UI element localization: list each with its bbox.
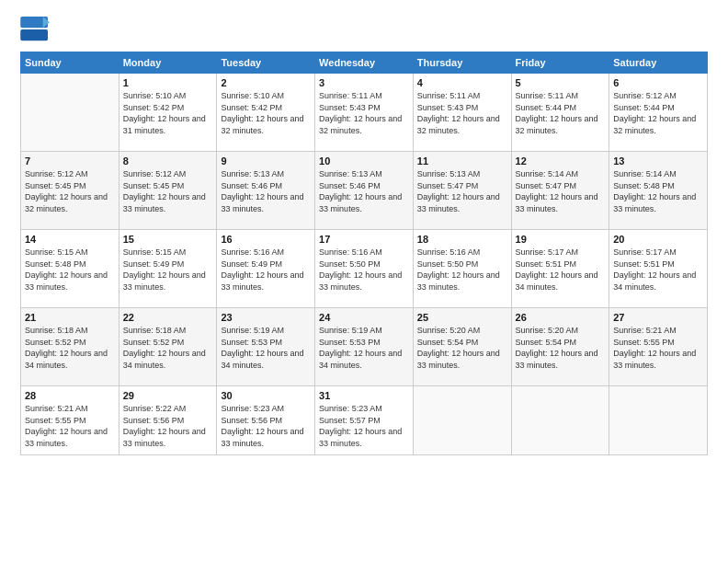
calendar-cell: 14Sunrise: 5:15 AM Sunset: 5:48 PM Dayli… [21, 230, 119, 308]
day-number: 24 [319, 312, 409, 323]
day-info: Sunrise: 5:13 AM Sunset: 5:46 PM Dayligh… [221, 168, 311, 214]
weekday-header-sunday: Sunday [21, 52, 119, 74]
day-number: 4 [417, 77, 507, 88]
day-number: 5 [516, 77, 606, 88]
day-number: 26 [516, 312, 606, 323]
day-number: 8 [123, 155, 213, 167]
calendar-cell: 24Sunrise: 5:19 AM Sunset: 5:53 PM Dayli… [315, 308, 414, 386]
calendar-cell: 20Sunrise: 5:17 AM Sunset: 5:51 PM Dayli… [609, 230, 708, 308]
day-number: 19 [516, 234, 606, 245]
day-info: Sunrise: 5:13 AM Sunset: 5:47 PM Dayligh… [417, 168, 507, 214]
calendar-cell: 15Sunrise: 5:15 AM Sunset: 5:49 PM Dayli… [119, 230, 217, 308]
calendar-cell: 28Sunrise: 5:21 AM Sunset: 5:55 PM Dayli… [21, 386, 119, 455]
day-info: Sunrise: 5:14 AM Sunset: 5:47 PM Dayligh… [516, 168, 606, 214]
calendar-cell [511, 386, 609, 455]
logo [20, 17, 53, 42]
page: SundayMondayTuesdayWednesdayThursdayFrid… [0, 0, 728, 563]
calendar-cell: 2Sunrise: 5:10 AM Sunset: 5:42 PM Daylig… [217, 74, 315, 152]
day-info: Sunrise: 5:16 AM Sunset: 5:50 PM Dayligh… [319, 247, 409, 293]
day-number: 11 [417, 155, 507, 167]
day-number: 10 [319, 155, 409, 167]
header [20, 17, 708, 42]
svg-rect-1 [20, 29, 48, 40]
calendar-table: SundayMondayTuesdayWednesdayThursdayFrid… [20, 52, 708, 455]
day-number: 27 [613, 312, 703, 323]
day-info: Sunrise: 5:23 AM Sunset: 5:57 PM Dayligh… [319, 403, 409, 449]
calendar-week-row: 14Sunrise: 5:15 AM Sunset: 5:48 PM Dayli… [21, 230, 708, 308]
calendar-cell: 30Sunrise: 5:23 AM Sunset: 5:56 PM Dayli… [217, 386, 315, 455]
day-number: 16 [221, 234, 311, 245]
calendar-cell: 9Sunrise: 5:13 AM Sunset: 5:46 PM Daylig… [217, 152, 315, 230]
day-info: Sunrise: 5:15 AM Sunset: 5:48 PM Dayligh… [25, 247, 115, 293]
day-info: Sunrise: 5:21 AM Sunset: 5:55 PM Dayligh… [613, 325, 703, 371]
calendar-cell: 6Sunrise: 5:12 AM Sunset: 5:44 PM Daylig… [609, 74, 708, 152]
calendar-cell: 17Sunrise: 5:16 AM Sunset: 5:50 PM Dayli… [315, 230, 414, 308]
calendar-week-row: 1Sunrise: 5:10 AM Sunset: 5:42 PM Daylig… [21, 74, 708, 152]
calendar-cell: 26Sunrise: 5:20 AM Sunset: 5:54 PM Dayli… [511, 308, 609, 386]
weekday-header-monday: Monday [119, 52, 217, 74]
calendar-cell: 18Sunrise: 5:16 AM Sunset: 5:50 PM Dayli… [413, 230, 511, 308]
day-info: Sunrise: 5:11 AM Sunset: 5:44 PM Dayligh… [516, 90, 606, 136]
calendar-cell: 10Sunrise: 5:13 AM Sunset: 5:46 PM Dayli… [315, 152, 414, 230]
calendar-cell: 23Sunrise: 5:19 AM Sunset: 5:53 PM Dayli… [217, 308, 315, 386]
calendar-cell: 16Sunrise: 5:16 AM Sunset: 5:49 PM Dayli… [217, 230, 315, 308]
calendar-cell: 29Sunrise: 5:22 AM Sunset: 5:56 PM Dayli… [119, 386, 217, 455]
weekday-header-tuesday: Tuesday [217, 52, 315, 74]
calendar-cell: 19Sunrise: 5:17 AM Sunset: 5:51 PM Dayli… [511, 230, 609, 308]
weekday-header-friday: Friday [511, 52, 609, 74]
day-info: Sunrise: 5:21 AM Sunset: 5:55 PM Dayligh… [25, 403, 115, 449]
day-info: Sunrise: 5:11 AM Sunset: 5:43 PM Dayligh… [319, 90, 409, 136]
calendar-cell: 7Sunrise: 5:12 AM Sunset: 5:45 PM Daylig… [21, 152, 119, 230]
calendar-cell: 4Sunrise: 5:11 AM Sunset: 5:43 PM Daylig… [413, 74, 511, 152]
day-info: Sunrise: 5:12 AM Sunset: 5:45 PM Dayligh… [25, 168, 115, 214]
day-info: Sunrise: 5:20 AM Sunset: 5:54 PM Dayligh… [417, 325, 507, 371]
day-number: 29 [123, 390, 213, 401]
weekday-header-saturday: Saturday [609, 52, 708, 74]
calendar-cell [413, 386, 511, 455]
calendar-cell: 31Sunrise: 5:23 AM Sunset: 5:57 PM Dayli… [315, 386, 414, 455]
calendar-cell: 25Sunrise: 5:20 AM Sunset: 5:54 PM Dayli… [413, 308, 511, 386]
calendar-cell: 8Sunrise: 5:12 AM Sunset: 5:45 PM Daylig… [119, 152, 217, 230]
day-info: Sunrise: 5:13 AM Sunset: 5:46 PM Dayligh… [319, 168, 409, 214]
day-number: 13 [613, 155, 703, 167]
calendar-cell: 21Sunrise: 5:18 AM Sunset: 5:52 PM Dayli… [21, 308, 119, 386]
calendar-week-row: 21Sunrise: 5:18 AM Sunset: 5:52 PM Dayli… [21, 308, 708, 386]
day-number: 31 [319, 390, 409, 401]
day-number: 17 [319, 234, 409, 245]
day-number: 20 [613, 234, 703, 245]
day-info: Sunrise: 5:22 AM Sunset: 5:56 PM Dayligh… [123, 403, 213, 449]
day-number: 6 [613, 77, 703, 88]
calendar-cell: 1Sunrise: 5:10 AM Sunset: 5:42 PM Daylig… [119, 74, 217, 152]
day-number: 23 [221, 312, 311, 323]
day-number: 9 [221, 155, 311, 167]
day-info: Sunrise: 5:14 AM Sunset: 5:48 PM Dayligh… [613, 168, 703, 214]
day-info: Sunrise: 5:11 AM Sunset: 5:43 PM Dayligh… [417, 90, 507, 136]
day-info: Sunrise: 5:12 AM Sunset: 5:44 PM Dayligh… [613, 90, 703, 136]
day-info: Sunrise: 5:20 AM Sunset: 5:54 PM Dayligh… [516, 325, 606, 371]
calendar-cell [609, 386, 708, 455]
day-number: 21 [25, 312, 115, 323]
day-number: 30 [221, 390, 311, 401]
day-info: Sunrise: 5:18 AM Sunset: 5:52 PM Dayligh… [25, 325, 115, 371]
day-number: 25 [417, 312, 507, 323]
day-info: Sunrise: 5:18 AM Sunset: 5:52 PM Dayligh… [123, 325, 213, 371]
day-number: 1 [123, 77, 213, 88]
day-info: Sunrise: 5:17 AM Sunset: 5:51 PM Dayligh… [613, 247, 703, 293]
logo-icon [20, 17, 50, 42]
day-number: 28 [25, 390, 115, 401]
day-number: 22 [123, 312, 213, 323]
weekday-header-wednesday: Wednesday [315, 52, 414, 74]
calendar-cell: 27Sunrise: 5:21 AM Sunset: 5:55 PM Dayli… [609, 308, 708, 386]
day-number: 3 [319, 77, 409, 88]
day-info: Sunrise: 5:12 AM Sunset: 5:45 PM Dayligh… [123, 168, 213, 214]
day-info: Sunrise: 5:10 AM Sunset: 5:42 PM Dayligh… [221, 90, 311, 136]
day-number: 15 [123, 234, 213, 245]
day-number: 18 [417, 234, 507, 245]
day-number: 2 [221, 77, 311, 88]
calendar-cell: 13Sunrise: 5:14 AM Sunset: 5:48 PM Dayli… [609, 152, 708, 230]
calendar-cell: 12Sunrise: 5:14 AM Sunset: 5:47 PM Dayli… [511, 152, 609, 230]
day-info: Sunrise: 5:19 AM Sunset: 5:53 PM Dayligh… [319, 325, 409, 371]
weekday-header-row: SundayMondayTuesdayWednesdayThursdayFrid… [21, 52, 708, 74]
day-number: 7 [25, 155, 115, 167]
day-info: Sunrise: 5:16 AM Sunset: 5:49 PM Dayligh… [221, 247, 311, 293]
